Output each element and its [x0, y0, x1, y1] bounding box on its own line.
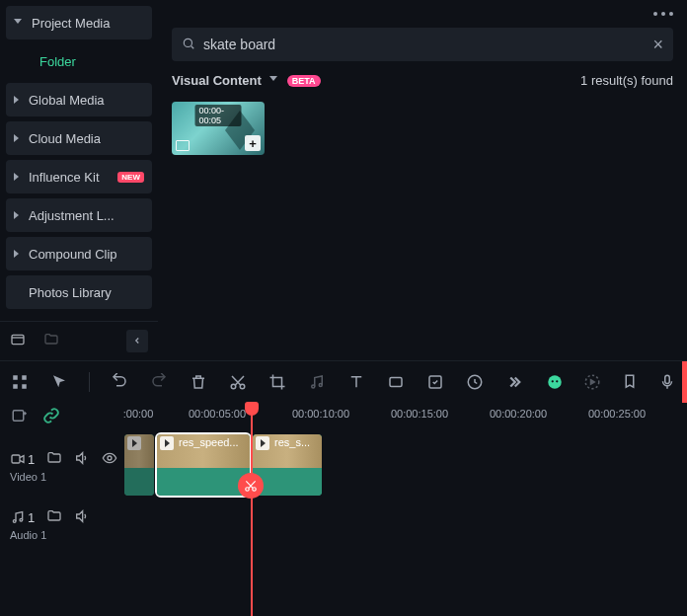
record-voiceover-icon[interactable]: [657, 372, 677, 392]
folder-icon[interactable]: [46, 508, 62, 527]
svg-rect-18: [13, 411, 24, 422]
mute-icon[interactable]: [74, 508, 90, 527]
sidebar-item-folder[interactable]: Folder: [6, 44, 152, 78]
svg-point-21: [13, 520, 16, 523]
video-clip[interactable]: [124, 434, 154, 496]
svg-point-8: [312, 385, 315, 388]
timeline-tracks: 1 Video 1 res_speed... res_s...: [0, 429, 687, 546]
effects-icon[interactable]: [425, 372, 445, 392]
svg-point-1: [184, 38, 191, 46]
text-icon[interactable]: [346, 372, 366, 392]
result-count: 1 result(s) found: [580, 73, 673, 88]
audio-icon[interactable]: [307, 372, 327, 392]
svg-point-14: [552, 380, 554, 382]
more-tools-icon[interactable]: [504, 372, 524, 392]
cut-icon[interactable]: [228, 372, 248, 392]
more-menu-button[interactable]: [653, 12, 673, 16]
new-bin-icon[interactable]: [10, 332, 26, 350]
svg-point-6: [231, 384, 236, 389]
ruler-tick: 00:00:25:00: [588, 408, 646, 420]
beta-badge: BETA: [287, 75, 321, 87]
ai-assistant-icon[interactable]: [545, 372, 565, 392]
redo-icon[interactable]: [149, 372, 169, 392]
sidebar-item-label: Adjustment L...: [29, 208, 144, 223]
svg-rect-0: [12, 335, 24, 344]
timeline-ruler-row: :00:00 00:00:05:00 00:00:10:00 00:00:15:…: [0, 402, 687, 429]
sidebar-item-label: Folder: [39, 54, 144, 69]
search-input[interactable]: [203, 37, 645, 52]
collapse-sidebar-button[interactable]: [126, 330, 148, 352]
ruler-tick: 00:00:10:00: [292, 408, 349, 420]
video-badge: 1: [10, 451, 35, 467]
chevron-right-icon: [14, 173, 19, 181]
alert-indicator: [682, 361, 687, 403]
video-track-header[interactable]: 1 Video 1: [0, 450, 124, 483]
sidebar-item-project-media[interactable]: Project Media: [6, 6, 152, 39]
pointer-tool-icon[interactable]: [49, 372, 69, 392]
chevron-right-icon: [14, 134, 19, 142]
svg-rect-17: [665, 375, 670, 383]
sidebar-item-label: Cloud Media: [29, 131, 144, 146]
ruler-tick: 00:00:15:00: [391, 408, 448, 420]
audio-track: 1 Audio 1: [0, 502, 687, 546]
clear-search-button[interactable]: ×: [652, 35, 663, 55]
video-clip[interactable]: res_s...: [253, 434, 322, 496]
marker-icon[interactable]: [620, 372, 640, 392]
visibility-icon[interactable]: [102, 450, 117, 469]
sidebar-items: Project Media Folder Global Media Cloud …: [0, 0, 158, 321]
svg-point-9: [319, 383, 322, 386]
sidebar-item-cloud-media[interactable]: Cloud Media: [6, 121, 152, 155]
svg-point-22: [20, 518, 23, 521]
svg-rect-19: [12, 455, 20, 463]
thumb-timerange: 00:00-00:05: [195, 105, 242, 126]
folder-icon[interactable]: [46, 450, 62, 469]
speed-icon[interactable]: [465, 372, 485, 392]
svg-rect-10: [390, 377, 402, 386]
ruler-tick: 00:00:05:00: [189, 408, 246, 420]
results-grid: 00:00-00:05 +: [172, 102, 673, 155]
divider: [89, 372, 90, 392]
aspect-icon[interactable]: [386, 372, 406, 392]
add-track-icon[interactable]: [10, 406, 30, 425]
sidebar-item-compound-clip[interactable]: Compound Clip: [6, 237, 152, 270]
render-icon[interactable]: [582, 372, 602, 392]
chevron-right-icon: [14, 211, 19, 219]
audio-track-body[interactable]: [124, 507, 687, 541]
delete-icon[interactable]: [189, 372, 208, 392]
audio-track-header[interactable]: 1 Audio 1: [0, 508, 124, 541]
sidebar-item-influence-kit[interactable]: Influence Kit NEW: [6, 160, 152, 193]
browser-top: [172, 12, 673, 16]
play-icon: [127, 436, 141, 450]
chevron-down-icon: [14, 19, 22, 28]
sidebar-item-global-media[interactable]: Global Media: [6, 83, 152, 116]
svg-point-13: [548, 375, 562, 389]
new-badge: NEW: [117, 172, 144, 183]
link-icon[interactable]: [41, 406, 61, 425]
add-to-timeline-button[interactable]: +: [245, 135, 261, 151]
new-folder-icon[interactable]: [43, 332, 59, 350]
svg-rect-3: [22, 375, 27, 380]
video-track-body[interactable]: res_speed... res_s...: [124, 434, 687, 498]
apps-icon[interactable]: [10, 372, 30, 392]
track-label: Video 1: [10, 471, 124, 483]
crop-icon[interactable]: [267, 372, 287, 392]
result-thumbnail[interactable]: 00:00-00:05 +: [172, 102, 265, 155]
undo-icon[interactable]: [110, 372, 129, 392]
chevron-down-icon: [269, 76, 277, 85]
svg-point-7: [240, 384, 245, 389]
svg-rect-2: [13, 375, 18, 380]
sidebar-item-photos-library[interactable]: Photos Library: [6, 275, 152, 309]
sidebar-item-adjustment-layer[interactable]: Adjustment L...: [6, 198, 152, 232]
filter-dropdown[interactable]: Visual Content: [172, 73, 262, 88]
video-track: 1 Video 1 res_speed... res_s...: [0, 429, 687, 502]
media-browser: × Visual Content BETA 1 result(s) found …: [158, 0, 687, 360]
timeline-ruler[interactable]: :00:00 00:00:05:00 00:00:10:00 00:00:15:…: [69, 402, 687, 429]
clip-title: res_speed...: [179, 436, 248, 448]
search-box[interactable]: ×: [172, 28, 673, 61]
sidebar-item-label: Project Media: [32, 16, 144, 31]
video-clip-selected[interactable]: res_speed...: [157, 434, 250, 496]
mute-icon[interactable]: [74, 450, 90, 469]
sidebar-footer: [0, 321, 158, 360]
clip-title: res_s...: [274, 436, 320, 448]
chevron-right-icon: [14, 96, 19, 104]
